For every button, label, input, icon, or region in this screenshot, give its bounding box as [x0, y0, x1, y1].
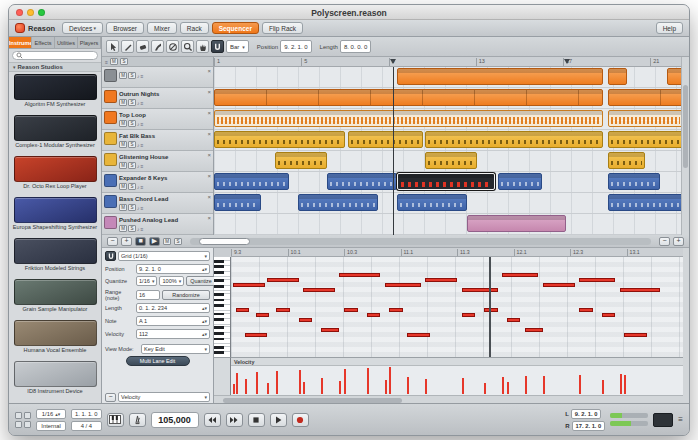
inspector-position-field[interactable]: 9. 2. 1. 0▴▾	[136, 264, 210, 274]
song-navigator[interactable]	[190, 238, 651, 245]
overdub-icon[interactable]	[15, 421, 22, 428]
clip[interactable]	[397, 68, 603, 85]
velocity-stem[interactable]	[256, 372, 258, 394]
pointer-tool[interactable]	[106, 40, 119, 53]
track-row[interactable]: Glistening HouseMS♪≡×	[102, 151, 213, 172]
velocity-stem[interactable]	[407, 377, 409, 394]
clip[interactable]	[608, 110, 683, 127]
vertical-scroll-handle[interactable]	[683, 85, 688, 169]
inspector-length-field[interactable]: 0. 1. 2. 234▴▾	[136, 303, 210, 313]
track-solo-button[interactable]: S	[128, 225, 136, 232]
midi-note[interactable]	[256, 313, 270, 317]
tempo-display[interactable]: 105,000	[151, 412, 199, 428]
black-key[interactable]	[214, 265, 224, 268]
track-mute-button[interactable]: M	[119, 204, 127, 211]
navigator-handle[interactable]	[199, 238, 250, 245]
midi-note[interactable]	[276, 308, 290, 312]
loop-right-field[interactable]: 17. 2. 1. 0	[572, 421, 606, 431]
sync-field[interactable]: Internal	[36, 421, 66, 431]
track-row[interactable]: Expander 8 KeysMS♪≡×	[102, 172, 213, 193]
midi-note[interactable]	[579, 278, 615, 282]
velocity-stem[interactable]	[299, 370, 301, 394]
track-row[interactable]: Outrun NightsMS♪≡×	[102, 88, 213, 109]
clip[interactable]	[498, 173, 543, 190]
clip[interactable]	[397, 173, 495, 190]
track-solo-button[interactable]: S	[128, 141, 136, 148]
clip[interactable]	[608, 173, 660, 190]
track-mute-button[interactable]: M	[119, 225, 127, 232]
black-key[interactable]	[214, 279, 224, 282]
metronome-button[interactable]	[129, 413, 146, 427]
device-item[interactable]: Humana Vocal Ensemble	[9, 318, 101, 359]
transport-menu-icon[interactable]: ≡	[678, 415, 683, 424]
velocity-stem[interactable]	[236, 373, 238, 394]
close-track-button[interactable]: ×	[207, 194, 211, 200]
velocity-stem[interactable]	[367, 368, 369, 394]
close-track-button[interactable]: ×	[207, 152, 211, 158]
precount-icon[interactable]	[24, 412, 31, 419]
clip[interactable]	[214, 131, 345, 148]
device-item[interactable]: Complex-1 Modular Synthesizer	[9, 113, 101, 154]
clip[interactable]	[397, 194, 467, 211]
time-signature-field[interactable]: 4 / 4	[71, 421, 102, 431]
velocity-stem[interactable]	[385, 380, 387, 394]
velocity-stem[interactable]	[276, 371, 278, 394]
velocity-stem[interactable]	[303, 382, 305, 394]
record-button[interactable]	[292, 413, 309, 427]
black-key[interactable]	[214, 293, 224, 296]
midi-note[interactable]	[339, 273, 380, 277]
clip[interactable]	[298, 194, 378, 211]
velocity-stem[interactable]	[339, 381, 341, 394]
range-field[interactable]: 16	[136, 290, 160, 300]
track-solo-button[interactable]: S	[128, 183, 136, 190]
track-row[interactable]: Bass Chord LeadMS♪≡×	[102, 193, 213, 214]
arrange-ruler[interactable]: 159131721	[214, 57, 683, 67]
close-track-button[interactable]: ×	[207, 110, 211, 116]
velocity-stem[interactable]	[502, 377, 504, 394]
clip[interactable]	[275, 152, 327, 169]
help-button[interactable]: Help	[656, 22, 683, 34]
black-key[interactable]	[214, 304, 224, 307]
black-key[interactable]	[214, 326, 224, 329]
track-row[interactable]: Pushed Analog LeadMS♪≡×	[102, 214, 213, 235]
clip[interactable]	[608, 152, 646, 169]
track-mute-button[interactable]: M	[119, 72, 127, 79]
midi-note[interactable]	[389, 308, 403, 312]
midi-note[interactable]	[299, 318, 313, 322]
velocity-field[interactable]: 112▴▾	[136, 329, 210, 339]
velocity-stem[interactable]	[484, 383, 486, 394]
device-item[interactable]: Europa Shapeshifting Synthesizer	[9, 195, 101, 236]
midi-note[interactable]	[462, 313, 476, 317]
black-key[interactable]	[214, 299, 224, 302]
velocity-stem[interactable]	[507, 382, 509, 394]
velocity-stem[interactable]	[543, 376, 545, 394]
black-key[interactable]	[214, 338, 224, 341]
magnify-tool[interactable]	[181, 40, 194, 53]
device-item[interactable]: Grain Sample Manipulator	[9, 277, 101, 318]
mute-tool[interactable]	[166, 40, 179, 53]
velocity-stem[interactable]	[620, 374, 622, 394]
controller-lane-select[interactable]: Velocity▾	[118, 392, 210, 402]
rewind-button[interactable]	[204, 413, 221, 427]
pencil-tool[interactable]	[121, 40, 134, 53]
midi-note[interactable]	[385, 283, 421, 287]
clip[interactable]	[608, 68, 627, 85]
clip[interactable]	[608, 131, 683, 148]
velocity-stem[interactable]	[462, 384, 464, 394]
black-key[interactable]	[214, 271, 224, 274]
zoom-out-button[interactable]: −	[107, 237, 118, 246]
black-key[interactable]	[214, 285, 224, 288]
randomize-button[interactable]: Randomize	[162, 290, 210, 300]
remove-lane-button[interactable]: −	[105, 393, 116, 402]
track-mute-button[interactable]: M	[119, 162, 127, 169]
edit-ruler[interactable]: 9.310.110.311.111.312.112.313.1	[231, 248, 683, 257]
song-position-field[interactable]: 1. 1. 1. 0	[71, 409, 102, 419]
midi-note[interactable]	[525, 328, 543, 332]
close-track-button[interactable]: ×	[207, 131, 211, 137]
close-track-button[interactable]: ×	[207, 215, 211, 221]
black-key[interactable]	[214, 260, 224, 263]
midi-note[interactable]	[321, 328, 339, 332]
loop-end-marker[interactable]	[564, 59, 570, 64]
clip[interactable]	[608, 89, 683, 106]
devices-button[interactable]: Devices ▾	[62, 22, 103, 34]
